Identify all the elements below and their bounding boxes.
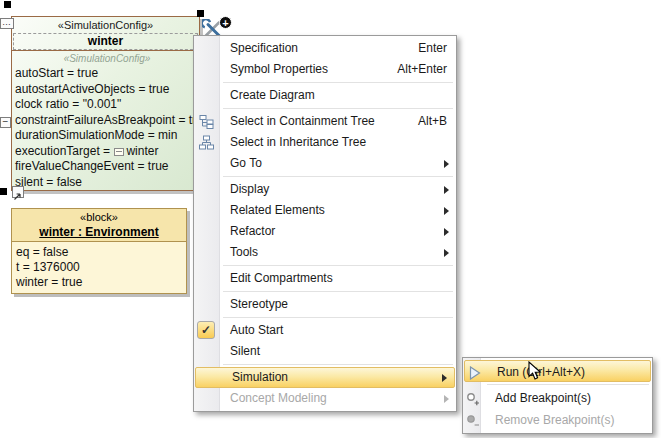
menu-separator <box>223 82 453 83</box>
menu-item-refactor[interactable]: Refactor <box>194 221 456 242</box>
property-line: constraintFailureAsBreakpoint = true <box>15 113 199 129</box>
property-line: durationSimulationMode = min <box>15 128 199 144</box>
context-menu: Specification Enter Symbol Properties Al… <box>193 35 457 412</box>
menu-item-go-to[interactable]: Go To <box>194 153 456 174</box>
smart-manipulator-dots-button[interactable]: … <box>0 18 14 29</box>
property-line: eq = false <box>16 245 186 260</box>
sim-config-properties-compartment: «SimulationConfig» autoStart = true auto… <box>12 50 199 190</box>
sim-config-name[interactable]: winter <box>13 33 198 50</box>
property-line: autostartActiveObjects = true <box>15 82 199 98</box>
menu-item-auto-start[interactable]: ✓ Auto Start <box>194 320 456 341</box>
execution-target-prefix: executionTarget = <box>15 144 113 158</box>
element-icon <box>114 148 124 156</box>
selection-handle-top-right[interactable] <box>197 10 204 17</box>
property-line: winter = true <box>16 275 186 290</box>
menu-item-stereotype[interactable]: Stereotype <box>194 294 456 315</box>
menu-item-silent[interactable]: Silent <box>194 341 456 362</box>
property-line: t = 1376000 <box>16 260 186 275</box>
menu-separator <box>223 364 453 365</box>
shortcut-label: Alt+B <box>418 111 447 132</box>
menu-item-specification[interactable]: Specification Enter <box>194 38 456 59</box>
environment-properties-compartment: eq = false t = 1376000 winter = true <box>12 242 186 290</box>
menu-item-tools[interactable]: Tools <box>194 242 456 263</box>
remove-breakpoint-icon <box>466 413 480 435</box>
submenu-arrow-icon <box>444 395 449 403</box>
menu-item-display[interactable]: Display <box>194 179 456 200</box>
submenu-item-remove-breakpoints: Remove Breakpoint(s) <box>463 409 652 431</box>
environment-block-header: «block» winter : Environment <box>12 209 186 242</box>
menu-separator <box>223 291 453 292</box>
run-play-icon <box>469 365 481 387</box>
menu-separator <box>487 384 649 385</box>
submenu-arrow-icon <box>444 249 449 257</box>
shortcut-label: Enter <box>418 38 447 59</box>
execution-target-value: winter <box>126 144 158 158</box>
submenu-arrow-icon <box>444 228 449 236</box>
simulation-submenu: Run (Ctrl+Alt+X) Add Breakpoint(s) Remov… <box>462 357 653 434</box>
menu-separator <box>223 108 453 109</box>
menu-item-edit-compartments[interactable]: Edit Compartments <box>194 268 456 289</box>
submenu-arrow-icon <box>442 374 447 382</box>
mouse-cursor <box>528 361 542 385</box>
simulation-config-block[interactable]: «SimulationConfig» winter «SimulationCon… <box>11 16 200 191</box>
environment-block[interactable]: «block» winter : Environment eq = false … <box>11 208 187 294</box>
menu-item-select-in-inheritance-tree[interactable]: Select in Inheritance Tree <box>194 132 456 153</box>
menu-separator <box>223 317 453 318</box>
checkmark-icon: ✓ <box>197 321 215 339</box>
collapse-compartment-button[interactable]: − <box>0 117 11 128</box>
property-line: silent = false <box>15 175 199 191</box>
environment-stereotype: «block» <box>12 211 186 225</box>
selection-handle-bottom-left[interactable] <box>0 188 7 195</box>
property-line: clock ratio = "0.001" <box>15 97 199 113</box>
arrow-in-box-icon <box>13 191 23 201</box>
add-element-badge[interactable]: + <box>219 16 232 29</box>
diagram-canvas: «SimulationConfig» winter «SimulationCon… <box>0 0 661 438</box>
menu-item-select-in-containment-tree[interactable]: Select in Containment Tree Alt+B <box>194 111 456 132</box>
sim-config-body-stereotype: «SimulationConfig» <box>15 52 199 66</box>
menu-item-related-elements[interactable]: Related Elements <box>194 200 456 221</box>
menu-item-create-diagram[interactable]: Create Diagram <box>194 85 456 106</box>
menu-item-symbol-properties[interactable]: Symbol Properties Alt+Enter <box>194 59 456 80</box>
selection-handle-top-left[interactable] <box>4 1 11 8</box>
submenu-item-run[interactable]: Run (Ctrl+Alt+X) <box>464 360 651 382</box>
open-structure-button[interactable] <box>12 186 24 198</box>
sim-config-stereotype: «SimulationConfig» <box>12 17 199 33</box>
property-line: fireValueChangeEvent = true <box>15 159 199 175</box>
submenu-arrow-icon <box>444 160 449 168</box>
property-line-execution-target: executionTarget = winter <box>15 144 199 160</box>
menu-item-concept-modeling: Concept Modeling <box>194 388 456 409</box>
environment-name[interactable]: winter : Environment <box>12 225 186 240</box>
menu-separator <box>223 176 453 177</box>
menu-separator <box>223 265 453 266</box>
submenu-arrow-icon <box>444 186 449 194</box>
submenu-arrow-icon <box>444 207 449 215</box>
submenu-item-add-breakpoints[interactable]: Add Breakpoint(s) <box>463 387 652 409</box>
property-line: autoStart = true <box>15 66 199 82</box>
shortcut-label: Alt+Enter <box>397 59 447 80</box>
menu-item-simulation[interactable]: Simulation <box>195 367 455 388</box>
